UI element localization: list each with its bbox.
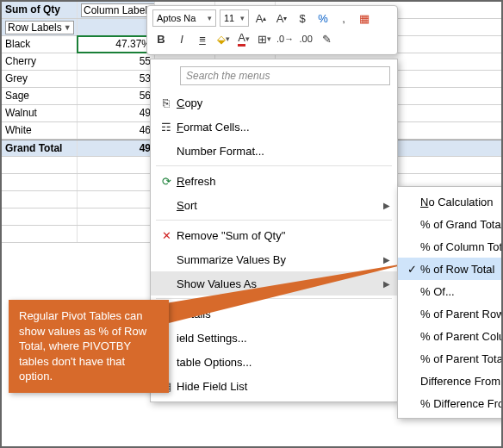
context-menu: Search the menus ⎘Copy ☶Format Cells... …	[150, 59, 398, 402]
fill-color-button[interactable]: ⬙▾	[214, 30, 232, 47]
grow-font-button[interactable]: A▴	[252, 9, 270, 27]
copy-icon: ⎘	[156, 96, 177, 109]
row-label[interactable]: Black	[2, 36, 78, 53]
svg-marker-0	[165, 262, 415, 324]
refresh-icon: ⟳	[156, 175, 177, 188]
italic-button[interactable]: I	[173, 30, 190, 47]
grand-total-label[interactable]: Grand Total	[2, 140, 78, 156]
row-labels-header[interactable]: Row Labels ▼	[2, 19, 78, 35]
menu-table-options[interactable]: table Options...	[151, 350, 397, 374]
submenu-row-total[interactable]: ✓% of Row Total	[398, 258, 503, 280]
mini-toolbar: Aptos Na▾ 11▾ A▴ A▾ $ % , ▦ B I ≡ ⬙▾ A▾ …	[146, 5, 398, 55]
format-cells-icon: ☶	[156, 121, 177, 134]
callout-box: Regular Pivot Tables can show values as …	[9, 300, 169, 393]
decrease-decimal-button[interactable]: .00	[297, 30, 314, 47]
currency-button[interactable]: $	[294, 9, 311, 27]
percent-button[interactable]: %	[314, 9, 332, 27]
menu-remove[interactable]: ✕Remove "Sum of Qty"	[151, 223, 397, 247]
submenu-parent-column[interactable]: % of Parent Column Total	[398, 325, 503, 347]
menu-refresh[interactable]: ⟳Refresh	[151, 169, 397, 193]
format-painter-button[interactable]: ✎	[318, 30, 335, 47]
submenu-difference-from[interactable]: Difference From...	[398, 370, 503, 392]
submenu-parent-row[interactable]: % of Parent Row Total	[398, 302, 503, 325]
callout-pointer	[165, 255, 424, 324]
sum-of-qty-header: Sum of Qty	[2, 2, 78, 18]
increase-decimal-button[interactable]: .0→	[276, 30, 294, 47]
submenu-of[interactable]: % Of...	[398, 280, 503, 302]
table-icon[interactable]: ▦	[356, 9, 373, 27]
column-labels-header[interactable]: Column Labels	[78, 2, 155, 18]
submenu-grand-total[interactable]: % of Grand Total	[398, 213, 503, 235]
submenu-column-total[interactable]: % of Column Total	[398, 235, 503, 258]
menu-copy[interactable]: ⎘Copy	[151, 90, 397, 115]
font-color-button[interactable]: A▾	[235, 30, 252, 47]
bold-button[interactable]: B	[152, 30, 170, 47]
menu-search-input[interactable]: Search the menus	[180, 66, 390, 85]
check-icon: ✓	[403, 263, 420, 276]
menu-sort[interactable]: Sort▶	[151, 193, 397, 217]
menu-number-format[interactable]: Number Format...	[151, 139, 397, 163]
font-size-combo[interactable]: 11▾	[220, 9, 249, 27]
shrink-font-button[interactable]: A▾	[273, 9, 290, 27]
underline-button[interactable]: ≡	[194, 30, 211, 47]
selected-cell[interactable]: 47.37%	[78, 36, 155, 53]
menu-field-settings[interactable]: ield Settings...	[151, 326, 397, 350]
border-button[interactable]: ⊞▾	[256, 30, 273, 47]
submenu-parent-total[interactable]: % of Parent Total...	[398, 347, 503, 370]
submenu-no-calculation[interactable]: No Calculation	[398, 190, 503, 213]
font-combo[interactable]: Aptos Na▾	[152, 9, 216, 27]
menu-format-cells[interactable]: ☶Format Cells...	[151, 115, 397, 139]
show-values-as-submenu: No Calculation % of Grand Total % of Col…	[397, 186, 503, 419]
menu-hide-field-list[interactable]: ▤Hide Field List	[151, 374, 397, 398]
remove-icon: ✕	[156, 229, 177, 242]
submenu-pct-difference-from[interactable]: % Difference From...	[398, 392, 503, 414]
comma-button[interactable]: ,	[335, 9, 352, 27]
